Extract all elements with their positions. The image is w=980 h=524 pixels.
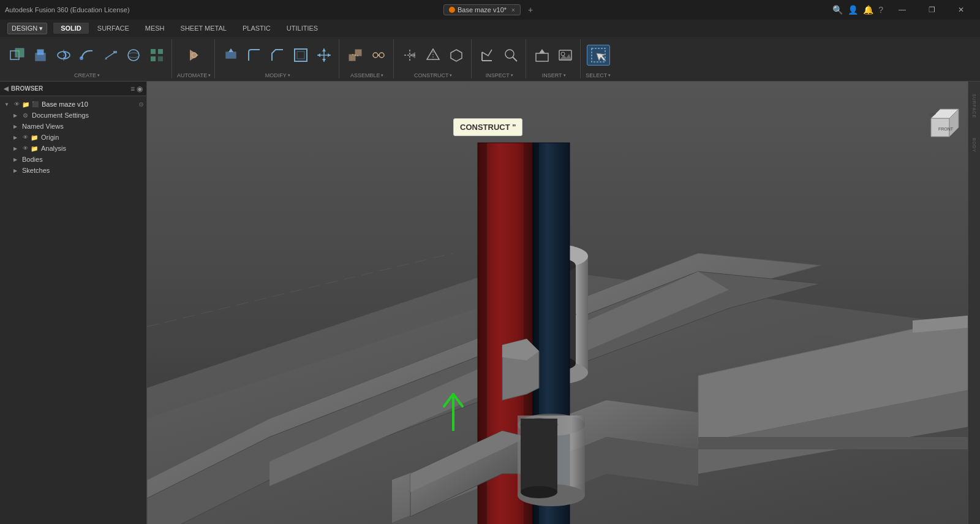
- automate-button[interactable]: [183, 45, 205, 65]
- tree-item-doc-settings[interactable]: ▶ ⚙ Document Settings: [0, 110, 146, 121]
- origin-eye-icon[interactable]: 👁: [21, 133, 29, 142]
- right-toolbar-btn1[interactable]: SURFACE: [970, 88, 979, 124]
- construct-btn3[interactable]: [445, 45, 467, 65]
- search-icon[interactable]: 🔍: [832, 5, 843, 15]
- assemble-label[interactable]: ASSEMBLE ▾: [350, 72, 384, 78]
- svg-point-33: [379, 53, 384, 58]
- shell-button[interactable]: [290, 45, 312, 65]
- tree-item-bodies[interactable]: ▶ Bodies: [0, 154, 146, 165]
- construct-btn1[interactable]: [399, 45, 421, 65]
- insert-btn1[interactable]: [531, 45, 553, 65]
- tree-item-sketches[interactable]: ▶ Sketches: [0, 165, 146, 176]
- inspect-btn1[interactable]: [477, 45, 499, 65]
- modify-label[interactable]: MODIFY ▾: [265, 72, 290, 78]
- select-button[interactable]: [587, 45, 610, 66]
- minimize-button[interactable]: —: [888, 0, 916, 20]
- svg-line-89: [444, 394, 453, 406]
- window-controls: — ❐ ✕: [888, 0, 975, 20]
- svg-marker-75: [502, 339, 539, 360]
- construct-label[interactable]: CONSTRUCT ▾: [414, 72, 453, 78]
- press-pull-button[interactable]: [220, 45, 242, 65]
- title-bar: Autodesk Fusion 360 (Education License) …: [0, 0, 980, 20]
- svg-marker-76: [410, 431, 527, 517]
- tab-solid[interactable]: SOLID: [53, 23, 89, 34]
- svg-marker-55: [147, 253, 821, 523]
- sketches-arrow: ▶: [11, 166, 20, 175]
- create-arrow: ▾: [97, 73, 100, 78]
- assemble-group: ASSEMBLE ▾: [341, 39, 394, 78]
- root-settings-btn[interactable]: ⚙: [138, 101, 144, 108]
- tab-sheet-metal[interactable]: SHEET METAL: [173, 23, 234, 34]
- automate-label[interactable]: AUTOMATE ▾: [177, 72, 211, 78]
- close-button[interactable]: ✕: [947, 0, 975, 20]
- construct-arrow: ▾: [450, 73, 452, 78]
- sphere-button[interactable]: [123, 45, 145, 65]
- browser-settings-icon[interactable]: ≡: [130, 85, 135, 93]
- svg-rect-82: [521, 419, 557, 492]
- sphere-icon: [125, 47, 142, 64]
- analysis-folder-icon: 📁: [30, 144, 39, 153]
- help-icon[interactable]: ?: [878, 5, 883, 15]
- pattern-button[interactable]: [146, 45, 168, 65]
- tab-plastic[interactable]: PLASTIC: [235, 23, 278, 34]
- analysis-eye-icon[interactable]: 👁: [21, 144, 29, 153]
- inspect-btn2[interactable]: [500, 45, 522, 65]
- maximize-button[interactable]: ❐: [918, 0, 946, 20]
- browser-pin-icon[interactable]: ◉: [137, 85, 143, 93]
- insert-label[interactable]: INSERT ▾: [542, 72, 566, 78]
- analysis-icons: 👁 📁: [21, 144, 39, 153]
- notification-icon[interactable]: 🔔: [863, 5, 873, 15]
- tree-item-origin[interactable]: ▶ 👁 📁 Origin: [0, 132, 146, 143]
- viewcube[interactable]: FRONT TOP: [919, 94, 968, 143]
- design-dropdown[interactable]: DESIGN ▾: [7, 23, 47, 34]
- tree-item-root[interactable]: ▼ 👁 📁 ⬛ Base maze v10 ⚙: [0, 99, 146, 110]
- svg-text:FRONT: FRONT: [938, 127, 954, 131]
- automate-arrow: ▾: [208, 73, 211, 78]
- inspect-label[interactable]: INSPECT ▾: [486, 72, 513, 78]
- loft-button[interactable]: [99, 45, 121, 65]
- create-group: CREATE ▾: [2, 39, 172, 78]
- select-label[interactable]: SELECT ▾: [586, 72, 611, 78]
- sweep-icon: [78, 47, 96, 64]
- viewport[interactable]: CONSTRUCT " FRONT TOP: [147, 82, 980, 524]
- inspect-icon2: [502, 47, 519, 64]
- close-tab-icon[interactable]: ×: [511, 7, 515, 13]
- assemble-btn2[interactable]: [368, 45, 390, 65]
- fillet-icon: [246, 47, 263, 64]
- revolve-button[interactable]: [53, 45, 75, 65]
- svg-marker-28: [328, 53, 331, 57]
- sketches-label: Sketches: [22, 167, 50, 174]
- fillet-button[interactable]: [243, 45, 265, 65]
- browser-collapse-icon[interactable]: ◀: [4, 85, 9, 92]
- svg-rect-70: [478, 143, 487, 524]
- extrude-button[interactable]: [29, 45, 51, 65]
- create-label[interactable]: CREATE ▾: [74, 72, 100, 78]
- sweep-button[interactable]: [76, 45, 98, 65]
- svg-point-11: [128, 50, 139, 61]
- active-tab[interactable]: Base maze v10* ×: [443, 4, 521, 15]
- svg-line-90: [453, 394, 462, 406]
- tree-item-named-views[interactable]: ▶ Named Views: [0, 121, 146, 132]
- svg-point-64: [527, 259, 545, 363]
- toolbar-tabs: DESIGN ▾ SOLID SURFACE MESH SHEET METAL …: [0, 20, 980, 37]
- origin-label: Origin: [41, 134, 59, 141]
- tab-mesh[interactable]: MESH: [138, 23, 172, 34]
- insert-icon1: [533, 47, 551, 64]
- tab-surface[interactable]: SURFACE: [90, 23, 137, 34]
- move-button[interactable]: [313, 45, 335, 65]
- assemble-btn1[interactable]: [344, 45, 366, 65]
- insert-btn2[interactable]: [554, 45, 576, 65]
- svg-line-91: [147, 253, 453, 327]
- tab-utilities[interactable]: UTILITIES: [279, 23, 325, 34]
- account-icon[interactable]: 👤: [848, 5, 858, 15]
- new-tab-button[interactable]: +: [524, 4, 537, 16]
- construct-btn2[interactable]: [422, 45, 444, 65]
- right-toolbar-btn2[interactable]: BODY: [970, 127, 979, 164]
- svg-marker-26: [322, 59, 326, 62]
- automate-icons: [183, 39, 205, 71]
- new-component-button[interactable]: [6, 45, 28, 65]
- root-eye-icon[interactable]: 👁: [12, 100, 21, 108]
- chamfer-button[interactable]: [266, 45, 288, 65]
- tree-item-analysis[interactable]: ▶ 👁 📁 Analysis: [0, 143, 146, 154]
- insert-group: INSERT ▾: [527, 39, 581, 78]
